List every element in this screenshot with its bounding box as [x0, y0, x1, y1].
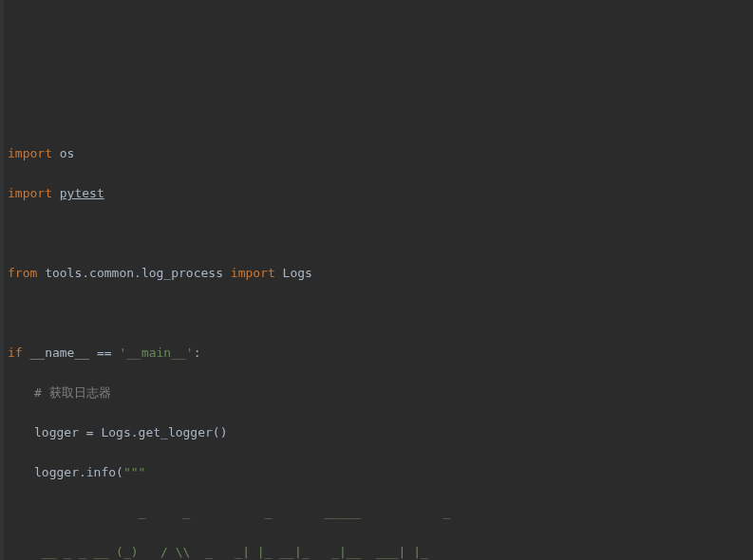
code-line[interactable]: from tools.common.log_process import Log…: [4, 263, 753, 283]
identifier: Logs: [275, 266, 312, 280]
identifier: os: [52, 146, 74, 160]
code-line[interactable]: _ _ _ _____ _: [4, 502, 753, 522]
identifier: logger = Logs.get_logger(): [34, 425, 228, 439]
code-line[interactable]: # 获取日志器: [4, 383, 753, 402]
code-line[interactable]: [4, 223, 753, 243]
comment: # 获取日志器: [34, 385, 111, 400]
identifier: [52, 186, 60, 200]
keyword: import: [231, 266, 275, 280]
punct: :: [194, 345, 201, 360]
identifier: logger.info(: [34, 465, 123, 479]
code-editor[interactable]: import os import pytest from tools.commo…: [0, 120, 753, 560]
string: """: [123, 465, 145, 479]
code-line[interactable]: [4, 303, 753, 323]
code-line[interactable]: __ _ _ __ (_) / \\ _ _| |_ __|_ _|__ ___…: [4, 542, 753, 560]
import-link[interactable]: pytest: [60, 186, 104, 200]
code-line[interactable]: import os: [4, 143, 753, 163]
code-line[interactable]: import pytest: [4, 183, 753, 203]
code-line[interactable]: logger = Logs.get_logger(): [4, 422, 753, 442]
ascii-art: __ _ _ __ (_) / \\ _ _| |_ __|_ _|__ ___…: [34, 545, 428, 559]
code-line[interactable]: if __name__ == '__main__':: [4, 343, 753, 363]
keyword: import: [8, 146, 52, 160]
identifier: __name__ ==: [23, 345, 120, 360]
gutter: [0, 0, 4, 560]
identifier: tools.common.log_process: [37, 266, 231, 280]
keyword: from: [8, 266, 37, 280]
code-line[interactable]: logger.info(""": [4, 462, 753, 482]
keyword: import: [8, 186, 52, 200]
string: '__main__': [119, 345, 193, 360]
keyword: if: [8, 345, 23, 360]
ascii-art: _ _ _ _____ _: [34, 505, 450, 519]
